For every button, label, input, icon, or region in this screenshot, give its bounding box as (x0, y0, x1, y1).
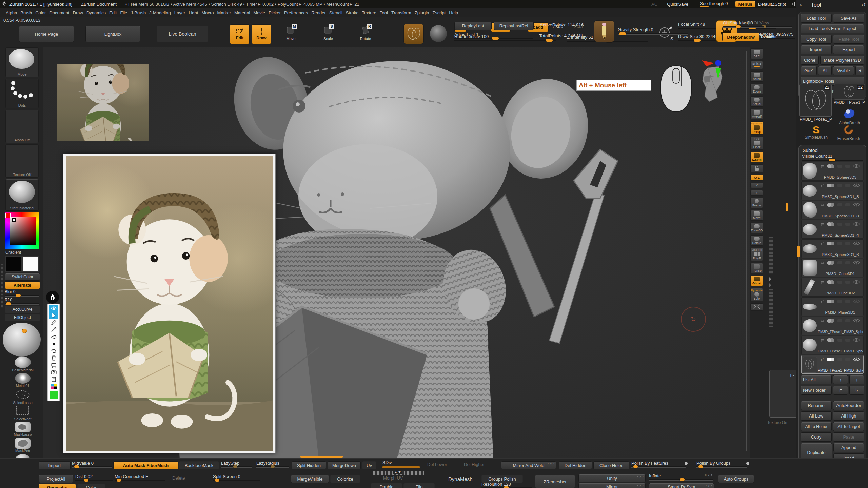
bb-color[interactable]: Color (77, 484, 105, 488)
secondary-color-swatch[interactable] (22, 256, 39, 272)
menu-file[interactable]: File (118, 9, 129, 16)
bb-dist[interactable]: Dist 0.02 (75, 474, 113, 481)
bb-smart-resym[interactable]: Smart ReSymx y z (649, 483, 714, 488)
menu-texture[interactable]: Texture (360, 9, 378, 16)
annotation-color-grid[interactable] (49, 383, 58, 390)
subtool-row[interactable]: ⇄PM3D_Plane3D1 (801, 297, 864, 316)
copy-subtool-button[interactable]: Copy (801, 432, 832, 442)
bb-mirror[interactable]: Mirrorx y z (578, 483, 646, 488)
xpose-button[interactable] (750, 303, 763, 311)
color-picker[interactable] (5, 212, 39, 249)
annotation-pen-button[interactable] (49, 319, 58, 326)
scroll-button[interactable]: Scroll (750, 71, 763, 82)
eraserbrush-slot[interactable]: EraserBrush (834, 125, 863, 141)
lightbox-button[interactable]: LightBox (85, 26, 140, 42)
menu-alpha[interactable]: Alpha (4, 9, 19, 16)
tool-panel-collapse[interactable]: ∧ (799, 3, 802, 7)
alpha-slot[interactable]: Alpha Off (5, 110, 39, 143)
menu-color[interactable]: Color (34, 9, 47, 16)
load-tool-button[interactable]: Load Tool (801, 14, 832, 23)
append-button[interactable]: Append (833, 443, 864, 452)
all-low-button[interactable]: All Low (801, 411, 832, 421)
menu-picker[interactable]: Picker (267, 9, 282, 16)
reference-thumbnail[interactable] (57, 64, 149, 141)
rename-button[interactable]: Rename (801, 401, 832, 410)
spix-slider[interactable]: SPix 3 (750, 61, 763, 69)
bb-sdiv[interactable]: SDiv (382, 460, 416, 468)
reference-image-frame[interactable] (63, 154, 276, 453)
menu-dynamics[interactable]: Dynamics (85, 9, 107, 16)
metal-material-slot[interactable]: Metal 01 (8, 373, 37, 388)
maskpen-slot[interactable]: MaskPen (8, 438, 37, 453)
bb-polish-features[interactable]: Polish By Features (631, 461, 682, 468)
accucurve-button[interactable]: AccuCurve (5, 306, 40, 313)
z-axis-button[interactable]: Z (750, 190, 763, 196)
actual-button[interactable]: Actual (750, 96, 763, 107)
paste-subtool-button[interactable]: Paste (833, 432, 864, 442)
lsym-button[interactable]: L.Sym (750, 152, 763, 162)
floor-button[interactable]: x y zFloor (750, 137, 763, 150)
goz-visible-button[interactable]: Visible (833, 66, 854, 75)
subtool-row-selected[interactable]: ⇄PM3D_TPose1_PM3D_Sphere3 (801, 355, 864, 374)
y-axis-button[interactable]: Y (750, 183, 763, 188)
gradient-label[interactable]: Gradient (5, 250, 21, 255)
brush-slot[interactable]: Move (5, 47, 39, 77)
menu-transform[interactable]: Transform (390, 9, 413, 16)
annotation-dot-button[interactable] (49, 340, 58, 347)
bb-mergedown[interactable]: MergeDown (328, 461, 361, 469)
active-tool-thumb[interactable]: 22 PM3D_TPose1_P (799, 84, 832, 117)
bpr-button[interactable]: BPR (750, 48, 763, 59)
home-page-button[interactable]: Home Page (19, 26, 74, 42)
menu-zscript[interactable]: Zscript (431, 9, 447, 16)
annotation-undo-button[interactable] (49, 347, 58, 354)
selectrect-slot[interactable]: SelectRect (8, 405, 37, 421)
bb-unify[interactable]: Unifyx y z (578, 474, 646, 482)
subtool-row[interactable]: ⇄PM3D_Sphere3D1_6 (801, 239, 864, 258)
bb-auto-mask-fibermesh[interactable]: Auto Mask FiberMesh (113, 461, 178, 469)
load-tools-from-project-button[interactable]: Load Tools From Project (801, 24, 864, 33)
bb-import[interactable]: Import (39, 461, 71, 469)
bb-resolution[interactable]: Resolution 128 (481, 482, 532, 488)
import-tool-button[interactable]: Import (801, 45, 832, 54)
bb-lazyradius[interactable]: LazyRadius (256, 461, 289, 468)
replaylastrel-btn[interactable]: ReplayLastRel (494, 22, 534, 30)
aahalf-button[interactable]: AAHalf (750, 109, 763, 119)
material-preview-large[interactable] (3, 323, 41, 357)
bb-mergevisible[interactable]: MergeVisible (291, 475, 329, 483)
quicksave-button[interactable]: QuickSave (667, 2, 688, 7)
scale-mode-button[interactable]: S Scale (319, 24, 338, 41)
menu-layer[interactable]: Layer (173, 9, 187, 16)
masklasso-slot[interactable]: MaskLasso (8, 422, 37, 436)
menu-movie[interactable]: Movie (252, 9, 267, 16)
transp-button[interactable]: Transp (750, 263, 763, 273)
subtool-down-button[interactable]: ↓ (849, 375, 864, 384)
move-in-folder-button[interactable]: ↳ (849, 386, 864, 395)
bb-midvalue[interactable]: MidValue 0 (72, 461, 112, 468)
local-button[interactable] (750, 164, 763, 172)
visible-count-slider[interactable]: Visible Count 11 (801, 154, 864, 161)
clone-button[interactable]: Clone (801, 56, 819, 65)
bb-zremesher[interactable]: ZRemesher (535, 475, 575, 488)
bb-geometry[interactable]: Geometry (39, 484, 76, 488)
new-folder-button[interactable]: New Folder (801, 386, 832, 395)
ghost-button[interactable]: Ghost (750, 276, 763, 286)
bb-del-hidden[interactable]: Del Hidden (559, 461, 592, 469)
menu-jbrush[interactable]: J-Brush (129, 9, 147, 16)
menu-edit[interactable]: Edit (107, 9, 118, 16)
blur-slider[interactable]: Blur 0 (5, 289, 39, 297)
subtool-row[interactable]: ⇄PM3D_Cube3D1 (801, 259, 864, 277)
default-zscript-button[interactable]: DefaultZScript (758, 2, 786, 7)
subtool-row[interactable]: ⇄PM3D_TPose1_PM3D_Sphere3 (801, 336, 864, 354)
menu-brush[interactable]: Brush (19, 9, 34, 16)
replaylast-btn[interactable]: ReplayLast (454, 22, 492, 30)
annotation-eraser-button[interactable] (49, 333, 58, 340)
copy-tool-button[interactable]: Copy Tool (801, 35, 832, 44)
all-to-target-button[interactable]: All To Target (833, 422, 864, 431)
see-through-slider[interactable]: See-through 0 (700, 1, 728, 7)
menu-draw[interactable]: Draw (71, 9, 85, 16)
rotate-mode-button[interactable]: R Rotate (356, 24, 375, 41)
bb-double[interactable]: Double (371, 483, 402, 488)
viewport-canvas[interactable]: ↻ Alt + Mouse left (43, 47, 750, 458)
bb-inflate[interactable]: Inflatex y z (649, 473, 713, 481)
rotate-view-button[interactable]: Rotate (750, 235, 763, 246)
